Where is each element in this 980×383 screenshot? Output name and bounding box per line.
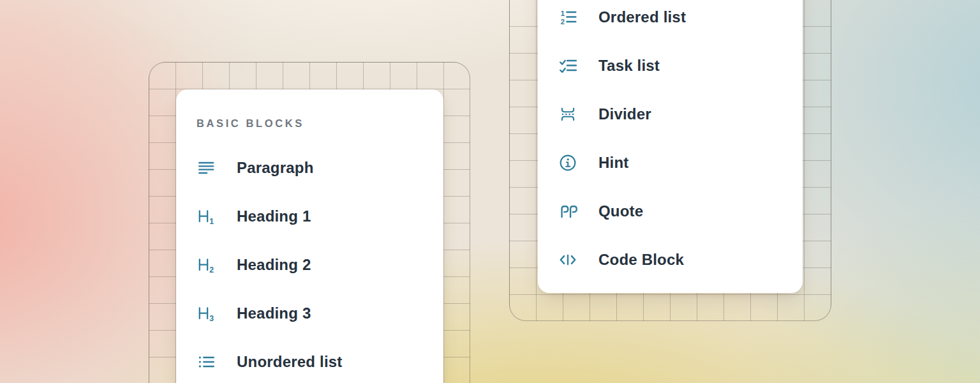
menu-item-label: Unordered list [237,353,343,371]
hint-icon [558,153,577,172]
heading-2-icon: 2 [197,255,216,274]
menu-item-label: Divider [598,105,651,123]
menu-item-label: Heading 1 [237,207,311,225]
menu-item-unordered-list[interactable]: Unordered list [176,338,443,383]
menu-item-paragraph[interactable]: Paragraph [176,144,443,192]
paragraph-icon [197,158,216,177]
code-block-icon [558,250,577,269]
menu-item-label: Quote [598,202,643,220]
menu-item-quote[interactable]: Quote [538,187,803,236]
unordered-list-icon [197,352,216,372]
background-gradient: BASIC BLOCKS Paragraph 1 [0,0,980,383]
menu-item-label: Task list [598,57,660,75]
ordered-list-icon: 1 2 [558,8,577,27]
section-label: BASIC BLOCKS [197,110,304,136]
svg-text:1: 1 [561,10,565,17]
quote-icon [558,202,577,221]
svg-text:3: 3 [209,314,214,323]
svg-text:2: 2 [561,18,565,26]
heading-1-icon: 1 [197,207,216,226]
menu-item-heading-2[interactable]: 2 Heading 2 [176,241,443,289]
menu-item-code-block[interactable]: Code Block [538,236,803,284]
svg-text:1: 1 [209,217,214,226]
basic-blocks-menu: BASIC BLOCKS Paragraph 1 [176,89,443,383]
menu-item-label: Hint [598,154,628,172]
heading-3-icon: 3 [197,304,216,323]
menu-item-divider[interactable]: Divider [538,90,803,139]
menu-item-label: Heading 2 [237,256,311,274]
menu-item-label: Code Block [598,251,684,269]
menu-item-hint[interactable]: Hint [538,139,803,187]
menu-item-label: Heading 3 [237,304,311,322]
menu-item-ordered-list[interactable]: 1 2 Ordered list [538,0,803,41]
menu-item-label: Paragraph [237,159,314,177]
svg-text:2: 2 [209,266,214,274]
task-list-icon [558,56,577,75]
menu-item-heading-3[interactable]: 3 Heading 3 [176,289,443,338]
menu-item-label: Ordered list [598,8,686,26]
divider-icon [558,105,577,124]
blocks-menu-continued: 1 2 Ordered list Task list [538,0,803,293]
menu-item-task-list[interactable]: Task list [538,41,803,90]
menu-item-heading-1[interactable]: 1 Heading 1 [176,192,443,241]
